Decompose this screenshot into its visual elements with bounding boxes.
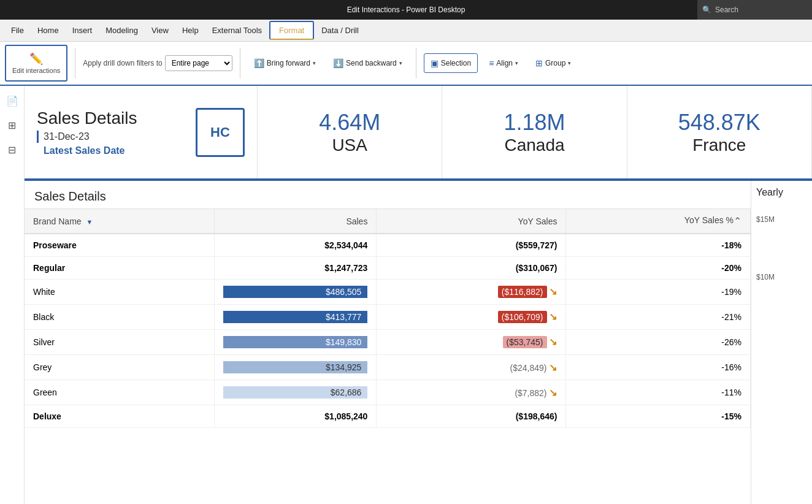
sort-arrow: ▼	[86, 218, 93, 226]
search-box[interactable]: 🔍 Search	[697, 0, 812, 20]
yoypct-white: -19%	[566, 280, 751, 305]
left-sidebar: 📄 ⊞ ⊟	[0, 86, 25, 504]
menu-data-drill[interactable]: Data / Drill	[315, 23, 365, 37]
bring-forward-label: Bring forward	[267, 59, 310, 67]
scroll-up-arrow[interactable]: ⌃	[733, 215, 741, 227]
yearly-panel: Yearly $15M $10M	[751, 181, 812, 504]
brand-grey: Grey	[25, 355, 215, 380]
send-backward-button[interactable]: ⬇️ Send backward ▾	[327, 53, 408, 73]
yoypct-green: -11%	[566, 380, 751, 405]
brand-proseware: Proseware	[25, 234, 215, 257]
yoy-deluxe: ($198,646)	[377, 405, 566, 428]
align-icon: ≡	[489, 58, 494, 68]
yoypct-silver: -26%	[566, 330, 751, 355]
menu-format[interactable]: Format	[269, 21, 314, 40]
main-content: Sales Details 31-Dec-23 Latest Sales Dat…	[25, 86, 812, 504]
kpi-country-france: France	[692, 136, 746, 155]
yoy-green: ($7,882) ↘	[377, 380, 566, 405]
kpi-row: Sales Details 31-Dec-23 Latest Sales Dat…	[25, 86, 812, 181]
table-row: Proseware $2,534,044 ($559,727) -18%	[25, 234, 751, 257]
menu-bar: File Home Insert Modeling View Help Exte…	[0, 20, 812, 42]
kpi-country-usa: USA	[332, 136, 367, 155]
menu-view[interactable]: View	[145, 23, 175, 37]
bring-forward-button[interactable]: ⬆️ Bring forward ▾	[248, 53, 322, 73]
yoy-proseware: ($559,727)	[377, 234, 566, 257]
yoypct-deluxe: -15%	[566, 405, 751, 428]
menu-modeling[interactable]: Modeling	[99, 23, 144, 37]
table-row: Regular $1,247,723 ($310,067) -20%	[25, 257, 751, 280]
yearly-label-15m: $15M	[756, 215, 775, 224]
drill-filter-label: Apply drill down filters to	[83, 59, 162, 67]
search-label: Search	[715, 6, 738, 14]
yoy-white: ($116,882) ↘	[377, 280, 566, 305]
drill-filter-group: Apply drill down filters to Entire page	[83, 55, 232, 71]
down-arrow-icon: ↘	[549, 337, 557, 347]
kpi-value-france: 548.87K	[678, 110, 760, 136]
menu-external-tools[interactable]: External Tools	[206, 23, 268, 37]
align-button[interactable]: ≡ Align ▾	[483, 53, 524, 73]
brand-green: Green	[25, 380, 215, 405]
menu-file[interactable]: File	[5, 23, 30, 37]
drill-filter-select[interactable]: Entire page	[165, 55, 232, 71]
yoy-silver: ($53,745) ↘	[377, 330, 566, 355]
table-row: Green $62,686 ($7,882) ↘ -11%	[25, 380, 751, 405]
ribbon: ✏️ Edit interactions Apply drill down fi…	[0, 42, 812, 86]
menu-home[interactable]: Home	[31, 23, 65, 37]
send-backward-label: Send backward	[346, 59, 397, 67]
ribbon-separator-3	[416, 48, 416, 78]
yoypct-regular: -20%	[566, 257, 751, 280]
sales-deluxe: $1,085,240	[215, 405, 377, 428]
sidebar-icon-report[interactable]: 📄	[2, 91, 22, 110]
title-bar: Edit Interactions - Power BI Desktop 🔍 S…	[0, 0, 812, 20]
table-row: Grey $134,925 ($24,849) ↘ -16%	[25, 355, 751, 380]
down-arrow-icon: ↘	[549, 388, 557, 398]
menu-help[interactable]: Help	[176, 23, 205, 37]
align-label: Align	[496, 59, 513, 67]
sidebar-icon-model[interactable]: ⊟	[2, 140, 22, 159]
brand-silver: Silver	[25, 330, 215, 355]
edit-interactions-icon: ✏️	[29, 52, 43, 66]
selection-button[interactable]: ▣ Selection	[424, 53, 478, 73]
group-button[interactable]: ⊞ Group ▾	[529, 53, 577, 73]
col-yoy-pct: YoY Sales % ⌃	[566, 209, 751, 234]
yearly-title: Yearly	[756, 187, 807, 198]
brand-deluxe: Deluxe	[25, 405, 215, 428]
edit-interactions-button[interactable]: ✏️ Edit interactions	[5, 45, 67, 82]
kpi-logo: HC	[196, 108, 245, 157]
align-caret: ▾	[515, 60, 518, 66]
brand-white: White	[25, 280, 215, 305]
kpi-card-france: 548.87K France	[627, 86, 812, 178]
kpi-value-canada: 1.18M	[504, 110, 565, 136]
sales-regular: $1,247,723	[215, 257, 377, 280]
sidebar-icon-data[interactable]: ⊞	[2, 115, 22, 135]
kpi-country-canada: Canada	[504, 136, 564, 155]
kpi-brand-card: Sales Details 31-Dec-23 Latest Sales Dat…	[25, 86, 258, 178]
down-arrow-icon: ↘	[549, 311, 557, 322]
kpi-logo-text: HC	[210, 124, 230, 140]
yoypct-proseware: -18%	[566, 234, 751, 257]
table-container: Sales Details Brand Name ▼ Sales YoY Sal…	[25, 181, 751, 504]
table-row: Silver $149,830 ($53,745) ↘ -26%	[25, 330, 751, 355]
yoy-grey: ($24,849) ↘	[377, 355, 566, 380]
col-yoy-sales: YoY Sales	[377, 209, 566, 234]
data-section: Sales Details Brand Name ▼ Sales YoY Sal…	[25, 181, 812, 504]
down-arrow-icon: ↘	[549, 362, 557, 373]
kpi-value-usa: 4.64M	[319, 110, 380, 136]
menu-insert[interactable]: Insert	[66, 23, 99, 37]
yoy-regular: ($310,067)	[377, 257, 566, 280]
sales-black: $413,777	[215, 305, 377, 330]
group-icon: ⊞	[535, 58, 543, 68]
ribbon-separator-1	[75, 48, 75, 78]
kpi-date-bar	[37, 131, 39, 143]
yoy-black: ($106,709) ↘	[377, 305, 566, 330]
search-icon: 🔍	[702, 6, 711, 14]
send-backward-caret: ▾	[399, 60, 402, 66]
col-brand-name: Brand Name ▼	[25, 209, 215, 234]
bring-forward-caret: ▾	[313, 60, 316, 66]
data-table: Brand Name ▼ Sales YoY Sales YoY Sales %…	[25, 209, 751, 428]
selection-icon: ▣	[431, 58, 439, 68]
table-row: Black $413,777 ($106,709) ↘ -21%	[25, 305, 751, 330]
group-label: Group	[545, 59, 565, 67]
yoypct-grey: -16%	[566, 355, 751, 380]
brand-regular: Regular	[25, 257, 215, 280]
